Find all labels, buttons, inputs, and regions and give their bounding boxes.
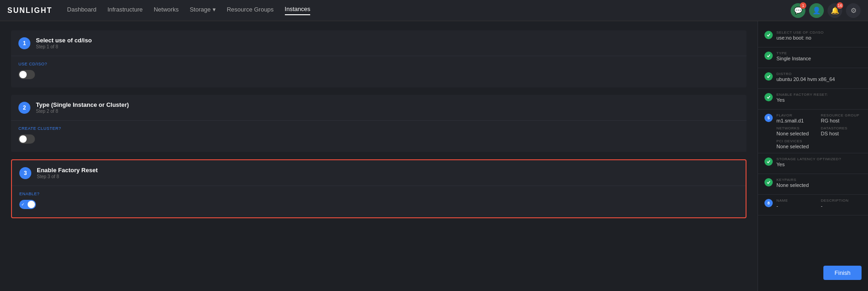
- sidebar-label-keypairs: KEYPAIRS: [776, 178, 809, 182]
- finish-row: Finish: [758, 260, 868, 285]
- step-3-circle: 3: [19, 167, 31, 179]
- summary-sidebar: SELECT USE OF CD/ISO use:no boot: no TYP…: [758, 21, 868, 291]
- sidebar-label-distro: DISTRO: [776, 72, 835, 76]
- step-3-body: ENABLE? ✓: [12, 186, 746, 217]
- step-2-field-label: CREATE CLUSTER?: [18, 126, 739, 131]
- step-2-toggle-knob: [19, 135, 27, 143]
- step-2-circle: 2: [18, 102, 30, 114]
- sidebar-label-pci: PCI DEVICES: [776, 139, 862, 143]
- sidebar-label-type: TYPE: [776, 51, 811, 55]
- nav-infrastructure[interactable]: Infrastructure: [107, 6, 143, 15]
- sidebar-value-latency: Yes: [776, 162, 841, 167]
- sidebar-distro: DISTRO ubuntu 20.04 hvm x86_64: [758, 68, 868, 89]
- sidebar-label-description: DESCRIPTION: [821, 198, 862, 203]
- step-2-body: CREATE CLUSTER?: [11, 120, 746, 152]
- sidebar-step-5: 5: [764, 114, 773, 122]
- nav-storage[interactable]: Storage ▾: [190, 6, 216, 15]
- nav-instances[interactable]: Instances: [285, 6, 311, 15]
- navbar: SUNLIGHT Dashboard Infrastructure Networ…: [0, 0, 868, 21]
- wizard-content: 1 Select use of cd/iso Step 1 of 8 USE C…: [0, 21, 758, 291]
- step-1-field-label: USE CD/ISO?: [18, 62, 739, 66]
- step-2-title: Type (Single Instance or Cluster): [36, 101, 129, 108]
- step-1-title: Select use of cd/iso: [36, 37, 92, 44]
- step-1-section: 1 Select use of cd/iso Step 1 of 8 USE C…: [11, 30, 746, 87]
- nav-icons: 💬 1 👤 🔔 16 ⚙: [791, 3, 861, 18]
- sidebar-storage-latency: STORAGE LATENCY OPTIMIZED? Yes: [758, 153, 868, 174]
- sidebar-label-factory: ENABLE FACTORY RESET:: [776, 93, 828, 97]
- step-1-toggle[interactable]: [18, 70, 35, 79]
- sidebar-type: TYPE Single Instance: [758, 47, 868, 68]
- gear-icon: ⚙: [851, 6, 856, 15]
- nav-links: Dashboard Infrastructure Networks Storag…: [67, 6, 791, 15]
- sidebar-value-keypairs: None selected: [776, 182, 809, 188]
- sidebar-value-type: Single Instance: [776, 56, 811, 61]
- sidebar-keypairs: KEYPAIRS None selected: [758, 174, 868, 195]
- sidebar-label-networks: NETWORKS: [776, 126, 817, 130]
- sidebar-factory-reset: ENABLE FACTORY RESET: Yes: [758, 89, 868, 110]
- sidebar-label-latency: STORAGE LATENCY OPTIMIZED?: [776, 157, 841, 161]
- step-3-title: Enable Factory Reset: [37, 167, 98, 174]
- sidebar-value-factory: Yes: [776, 97, 828, 103]
- step-1-subtitle: Step 1 of 8: [36, 44, 92, 49]
- sidebar-value-pci: None selected: [776, 144, 862, 149]
- messages-button[interactable]: 💬 1: [791, 3, 805, 18]
- toggle-check-icon: ✓: [21, 202, 25, 207]
- step-2-toggle[interactable]: [18, 134, 35, 144]
- sidebar-check-keypairs: [764, 178, 773, 186]
- finish-button[interactable]: Finish: [823, 266, 862, 280]
- sidebar-check-factory: [764, 93, 773, 101]
- sidebar-step-8: 8: [764, 199, 773, 207]
- sidebar-value-description: -: [821, 203, 862, 209]
- nav-dashboard[interactable]: Dashboard: [67, 6, 97, 15]
- sidebar-label-flavor: FLAVOR: [776, 113, 817, 117]
- profile-button[interactable]: 👤: [809, 3, 824, 18]
- step-3-toggle[interactable]: ✓: [19, 200, 36, 209]
- sidebar-flavor: 5 FLAVOR m1.small.d1 RESOURCE GROUP RG h…: [758, 110, 868, 153]
- step-1-toggle-knob: [19, 71, 27, 78]
- sidebar-value-datastores: DS host: [821, 131, 862, 136]
- sidebar-check-type: [764, 52, 773, 60]
- step-3-subtitle: Step 3 of 8: [37, 174, 98, 179]
- sidebar-check-cdiso: [764, 31, 773, 39]
- settings-button[interactable]: ⚙: [846, 3, 861, 18]
- step-2-header: 2 Type (Single Instance or Cluster) Step…: [11, 95, 746, 120]
- sidebar-cdiso: SELECT USE OF CD/ISO use:no boot: no: [758, 27, 868, 47]
- app-logo: SUNLIGHT: [7, 6, 52, 15]
- step-3-toggle-knob: [28, 201, 35, 208]
- step-3-section: 3 Enable Factory Reset Step 3 of 8 ENABL…: [11, 159, 746, 218]
- nav-networks[interactable]: Networks: [154, 6, 179, 15]
- sidebar-label-cdiso: SELECT USE OF CD/ISO: [776, 30, 824, 35]
- sidebar-label-datastores: DATASTORES: [821, 126, 862, 130]
- chevron-down-icon: ▾: [213, 6, 216, 13]
- sidebar-label-name: NAME: [776, 198, 817, 203]
- step-2-section: 2 Type (Single Instance or Cluster) Step…: [11, 95, 746, 152]
- sidebar-value-name: -: [776, 203, 817, 209]
- sidebar-value-rg: RG host: [821, 118, 862, 123]
- step-1-body: USE CD/ISO?: [11, 56, 746, 87]
- step-2-toggle-wrap: [18, 134, 739, 144]
- sidebar-value-flavor: m1.small.d1: [776, 118, 817, 123]
- nav-resource-groups[interactable]: Resource Groups: [227, 6, 274, 15]
- sidebar-value-cdiso: use:no boot: no: [776, 35, 824, 41]
- step-1-circle: 1: [18, 37, 30, 49]
- messages-badge: 1: [800, 2, 806, 9]
- person-icon: 👤: [812, 6, 821, 15]
- sidebar-check-latency: [764, 157, 773, 166]
- main-layout: 1 Select use of cd/iso Step 1 of 8 USE C…: [0, 21, 868, 291]
- step-1-toggle-wrap: [18, 70, 739, 79]
- step-3-header: 3 Enable Factory Reset Step 3 of 8: [12, 160, 746, 186]
- step-3-toggle-wrap: ✓: [19, 200, 738, 209]
- step-2-subtitle: Step 2 of 8: [36, 109, 129, 114]
- bell-button[interactable]: 🔔 16: [827, 3, 842, 18]
- sidebar-label-rg: RESOURCE GROUP: [821, 113, 862, 117]
- bell-badge: 16: [837, 2, 843, 9]
- step-3-field-label: ENABLE?: [19, 192, 738, 196]
- sidebar-name-desc: 8 NAME - DESCRIPTION -: [758, 195, 868, 215]
- sidebar-value-networks: None selected: [776, 131, 817, 136]
- step-1-header: 1 Select use of cd/iso Step 1 of 8: [11, 30, 746, 56]
- sidebar-check-distro: [764, 72, 773, 81]
- sidebar-value-distro: ubuntu 20.04 hvm x86_64: [776, 76, 835, 82]
